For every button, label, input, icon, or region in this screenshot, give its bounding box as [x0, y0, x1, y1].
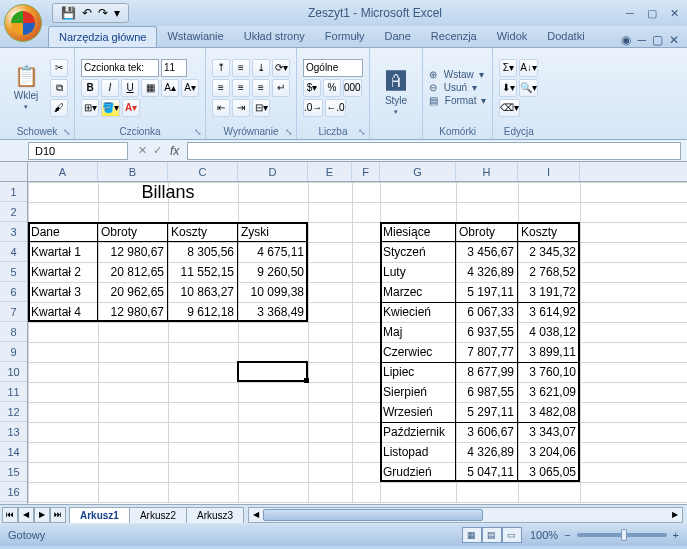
clear-button[interactable]: ⌫▾ — [499, 99, 520, 117]
align-launcher-icon[interactable]: ⤡ — [285, 127, 293, 137]
clipboard-launcher-icon[interactable]: ⤡ — [63, 127, 71, 137]
cell[interactable]: 3 621,09 — [518, 382, 580, 402]
cell[interactable]: Kwartał 4 — [28, 302, 98, 322]
horizontal-scrollbar[interactable]: ◀ ▶ — [248, 507, 683, 523]
cell[interactable]: 11 552,15 — [168, 262, 238, 282]
column-header[interactable]: D — [238, 162, 308, 181]
row-header[interactable]: 16 — [0, 482, 27, 502]
minimize-button[interactable]: ─ — [621, 5, 639, 21]
cell[interactable]: 3 343,07 — [518, 422, 580, 442]
cell[interactable]: 20 962,65 — [98, 282, 168, 302]
align-top-button[interactable]: ⤒ — [212, 59, 230, 77]
cell[interactable]: 3 482,08 — [518, 402, 580, 422]
formula-input[interactable] — [187, 142, 681, 160]
cell[interactable]: Styczeń — [380, 242, 456, 262]
cut-button[interactable]: ✂ — [50, 59, 68, 77]
cell[interactable]: 4 675,11 — [238, 242, 308, 262]
cell[interactable]: Grudzień — [380, 462, 456, 482]
sheet-tab[interactable]: Arkusz3 — [186, 507, 244, 523]
styles-button[interactable]: 🅰Style▾ — [376, 51, 416, 135]
ribbon-tab[interactable]: Recenzja — [421, 26, 487, 47]
cell[interactable]: 3 204,06 — [518, 442, 580, 462]
cell[interactable]: Kwartał 3 — [28, 282, 98, 302]
cell[interactable]: 2 768,52 — [518, 262, 580, 282]
ribbon-tab[interactable]: Układ strony — [234, 26, 315, 47]
align-middle-button[interactable]: ≡ — [232, 59, 250, 77]
increase-decimal-button[interactable]: .0→ — [303, 99, 323, 117]
row-header[interactable]: 12 — [0, 402, 27, 422]
cell[interactable]: 3 065,05 — [518, 462, 580, 482]
cell[interactable]: Listopad — [380, 442, 456, 462]
column-header[interactable]: E — [308, 162, 352, 181]
merge-button[interactable]: ⊟▾ — [252, 99, 270, 117]
fill-button[interactable]: ⬇▾ — [499, 79, 517, 97]
row-header[interactable]: 1 — [0, 182, 27, 202]
comma-button[interactable]: 000 — [343, 79, 362, 97]
maximize-button[interactable]: ▢ — [643, 5, 661, 21]
cell[interactable]: Zyski — [238, 222, 308, 242]
cell[interactable]: 8 677,99 — [456, 362, 518, 382]
cell[interactable]: 3 760,10 — [518, 362, 580, 382]
row-header[interactable]: 4 — [0, 242, 27, 262]
cell[interactable]: 9 260,50 — [238, 262, 308, 282]
borders-button[interactable]: ⊞▾ — [81, 99, 99, 117]
cell[interactable]: 9 612,18 — [168, 302, 238, 322]
cell[interactable]: 2 345,32 — [518, 242, 580, 262]
cell[interactable]: Billans — [98, 182, 238, 202]
office-button[interactable] — [4, 4, 42, 42]
cell[interactable]: 6 937,55 — [456, 322, 518, 342]
qat-more-icon[interactable]: ▾ — [114, 6, 120, 20]
cell[interactable]: 6 987,55 — [456, 382, 518, 402]
zoom-in-button[interactable]: + — [673, 529, 679, 541]
underline-button[interactable]: U — [121, 79, 139, 97]
font-launcher-icon[interactable]: ⤡ — [194, 127, 202, 137]
name-box[interactable]: D10 — [28, 142, 128, 160]
row-header[interactable]: 9 — [0, 342, 27, 362]
row-header[interactable]: 15 — [0, 462, 27, 482]
cell[interactable]: Kwiecień — [380, 302, 456, 322]
help-icon[interactable]: ◉ — [621, 33, 631, 47]
cell[interactable]: 3 456,67 — [456, 242, 518, 262]
cancel-formula-icon[interactable]: ✕ — [138, 144, 147, 157]
cell[interactable]: 12 980,67 — [98, 302, 168, 322]
cell[interactable]: Koszty — [168, 222, 238, 242]
cell[interactable]: 7 807,77 — [456, 342, 518, 362]
cell[interactable]: 12 980,67 — [98, 242, 168, 262]
grow-font-button[interactable]: A▴ — [161, 79, 179, 97]
ribbon-tab[interactable]: Dodatki — [537, 26, 594, 47]
row-header[interactable]: 3 — [0, 222, 27, 242]
autosum-button[interactable]: Σ▾ — [499, 59, 517, 77]
scroll-left-icon[interactable]: ◀ — [249, 508, 263, 522]
cell[interactable]: 5 197,11 — [456, 282, 518, 302]
cell[interactable]: Miesiące — [380, 222, 456, 242]
cell[interactable]: Lipiec — [380, 362, 456, 382]
border-button[interactable]: ▦ — [141, 79, 159, 97]
align-center-button[interactable]: ≡ — [232, 79, 250, 97]
column-header[interactable]: A — [28, 162, 98, 181]
decrease-indent-button[interactable]: ⇤ — [212, 99, 230, 117]
column-header[interactable]: I — [518, 162, 580, 181]
close-button[interactable]: ✕ — [665, 5, 683, 21]
cell[interactable]: Wrzesień — [380, 402, 456, 422]
fx-icon[interactable]: fx — [170, 144, 179, 158]
view-pagebreak-button[interactable]: ▭ — [502, 527, 522, 543]
cell[interactable]: Luty — [380, 262, 456, 282]
row-header[interactable]: 6 — [0, 282, 27, 302]
insert-cells-button[interactable]: ⊕ Wstaw ▾ — [429, 69, 486, 80]
cell[interactable]: Październik — [380, 422, 456, 442]
copy-button[interactable]: ⧉ — [50, 79, 68, 97]
select-all-corner[interactable] — [0, 162, 28, 182]
view-layout-button[interactable]: ▤ — [482, 527, 502, 543]
ribbon-tab[interactable]: Narzędzia główne — [48, 26, 157, 47]
row-header[interactable]: 10 — [0, 362, 27, 382]
scroll-right-icon[interactable]: ▶ — [668, 508, 682, 522]
cell[interactable]: 4 326,89 — [456, 442, 518, 462]
cell[interactable]: Sierpień — [380, 382, 456, 402]
doc-restore-icon[interactable]: ▢ — [652, 33, 663, 47]
cell[interactable]: 4 326,89 — [456, 262, 518, 282]
cell[interactable]: 3 899,11 — [518, 342, 580, 362]
column-header[interactable]: G — [380, 162, 456, 181]
sheet-nav-first-icon[interactable]: ⏮ — [2, 507, 18, 523]
column-header[interactable]: C — [168, 162, 238, 181]
ribbon-tab[interactable]: Dane — [375, 26, 421, 47]
